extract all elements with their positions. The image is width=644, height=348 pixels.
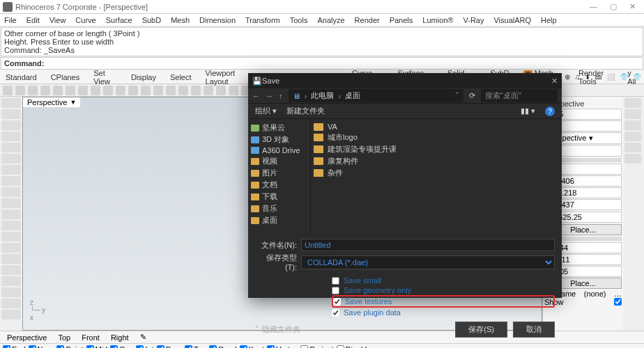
tool-icon[interactable]	[1, 198, 21, 208]
close-button[interactable]: ✕	[629, 2, 636, 11]
save-textures-checkbox[interactable]	[333, 298, 341, 306]
save-small-checkbox[interactable]	[332, 277, 339, 285]
tool-icon[interactable]	[1, 209, 21, 219]
menu-item[interactable]: SubD	[142, 16, 162, 24]
tool-icon[interactable]	[1, 243, 21, 253]
tool-icon[interactable]	[40, 86, 50, 95]
osnap-disable[interactable]	[337, 345, 344, 348]
tool-icon[interactable]	[624, 154, 641, 164]
folder-item[interactable]: 建筑渲染专项提升课	[314, 143, 559, 155]
show-checkbox[interactable]	[614, 298, 622, 306]
tool-icon[interactable]	[1, 187, 21, 197]
tool-icon[interactable]	[15, 86, 25, 95]
tool-icon[interactable]	[66, 86, 75, 95]
tool-icon[interactable]	[624, 132, 641, 141]
menu-item[interactable]: Edit	[26, 16, 40, 24]
tool-icon[interactable]	[28, 86, 38, 95]
file-list[interactable]: VA 城市logo 建筑渲染专项提升课 康复构件 杂件	[311, 119, 562, 235]
osnap-tan[interactable]	[185, 345, 192, 348]
refresh-button[interactable]: ⟳	[469, 91, 475, 100]
menu-item[interactable]: Tools	[290, 16, 308, 24]
menu-item[interactable]: Curve	[75, 16, 95, 24]
tool-icon[interactable]	[1, 165, 21, 175]
organize-button[interactable]: 组织 ▾	[255, 106, 277, 116]
osnap-quad[interactable]	[209, 345, 217, 348]
folder-tree[interactable]: 坚果云 3D 对象 A360 Drive 视频 图片 文档 下载 音乐 桌面	[248, 119, 311, 235]
tool-icon[interactable]	[116, 86, 125, 95]
osnap-point[interactable]	[56, 345, 64, 348]
tool-icon[interactable]	[624, 143, 641, 152]
tool-icon[interactable]	[624, 109, 641, 119]
view-toggle-icon[interactable]: ▮▮ ▾	[521, 106, 535, 116]
maximize-button[interactable]: ▢	[610, 2, 617, 11]
osnap-cen[interactable]	[110, 345, 118, 348]
tool-icon[interactable]	[166, 86, 176, 95]
command-input[interactable]: Command:	[1, 57, 643, 70]
new-folder-button[interactable]: 新建文件夹	[286, 106, 325, 116]
tool-icon[interactable]	[204, 86, 213, 95]
tool-icon[interactable]	[1, 276, 21, 286]
save-plugin-checkbox[interactable]	[332, 309, 339, 317]
menu-item[interactable]: VisualARQ	[493, 16, 531, 24]
menu-item[interactable]: Help	[541, 16, 557, 24]
tab[interactable]: Viewport Layout	[206, 69, 248, 86]
save-geometry-checkbox[interactable]	[332, 287, 339, 294]
nav-forward-button[interactable]: →	[266, 92, 273, 100]
add-tab-icon[interactable]: ✎	[140, 333, 146, 342]
osnap-end[interactable]	[3, 345, 10, 348]
folder-item[interactable]: VA	[314, 122, 559, 132]
tool-icon[interactable]	[191, 86, 201, 95]
menu-item[interactable]: Lumion®	[422, 16, 453, 24]
tool-icon[interactable]	[1, 154, 21, 164]
minimize-button[interactable]: —	[590, 2, 597, 11]
osnap-vertex[interactable]	[267, 345, 275, 348]
help-icon[interactable]: ?	[545, 106, 555, 116]
tool-icon[interactable]	[128, 86, 138, 95]
menu-item[interactable]: Dimension	[199, 16, 236, 24]
menu-item[interactable]: Analyze	[317, 16, 344, 24]
tool-icon[interactable]	[624, 98, 641, 108]
tool-icon[interactable]	[1, 132, 21, 141]
filetype-select[interactable]: COLLADA (*.dae)	[301, 255, 555, 269]
tool-icon[interactable]	[1, 109, 21, 119]
menu-item[interactable]: Surface	[106, 16, 132, 24]
tool-icon[interactable]	[1, 98, 21, 108]
cancel-button[interactable]: 取消	[513, 322, 555, 338]
menu-item[interactable]: Render	[355, 16, 380, 24]
view-tab[interactable]: Front	[82, 333, 100, 342]
menu-item[interactable]: File	[4, 16, 17, 24]
tool-icon[interactable]	[1, 221, 21, 230]
menu-item[interactable]: V-Ray	[463, 16, 484, 24]
menu-item[interactable]: Transform	[245, 16, 280, 24]
view-tab[interactable]: Top	[58, 333, 70, 342]
hide-folders-toggle[interactable]: ˄隐藏文件夹	[255, 324, 300, 335]
viewport-tab[interactable]: Perspective▼	[23, 97, 80, 107]
tool-icon[interactable]	[229, 86, 238, 95]
view-tab[interactable]: Perspective	[7, 333, 47, 342]
tool-icon[interactable]	[141, 86, 151, 95]
tool-icon[interactable]	[1, 310, 21, 319]
osnap-project[interactable]	[300, 345, 308, 348]
osnap-perp[interactable]	[157, 345, 164, 348]
tool-icon[interactable]	[1, 254, 21, 264]
tool-icon[interactable]	[624, 120, 641, 130]
filename-input[interactable]	[301, 239, 555, 251]
tab[interactable]: Select	[170, 73, 192, 81]
folder-item[interactable]: 康复构件	[314, 155, 559, 167]
osnap-int[interactable]	[136, 345, 144, 348]
save-button[interactable]: 保存(S)	[455, 322, 507, 338]
osnap-knot[interactable]	[240, 345, 247, 348]
tool-icon[interactable]	[1, 120, 21, 130]
tool-icon[interactable]	[1, 143, 21, 152]
tool-icon[interactable]	[1, 299, 21, 308]
tool-icon[interactable]	[1, 176, 21, 186]
tool-icon[interactable]	[53, 86, 63, 95]
nav-up-button[interactable]: ↑	[279, 92, 283, 100]
osnap-near[interactable]	[29, 345, 36, 348]
tab[interactable]: Standard	[6, 73, 37, 81]
tool-icon[interactable]	[1, 232, 21, 242]
tool-icon[interactable]	[1, 265, 21, 275]
tool-icon[interactable]	[178, 86, 188, 95]
menu-item[interactable]: Panels	[390, 16, 413, 24]
folder-item[interactable]: 城市logo	[314, 132, 559, 143]
